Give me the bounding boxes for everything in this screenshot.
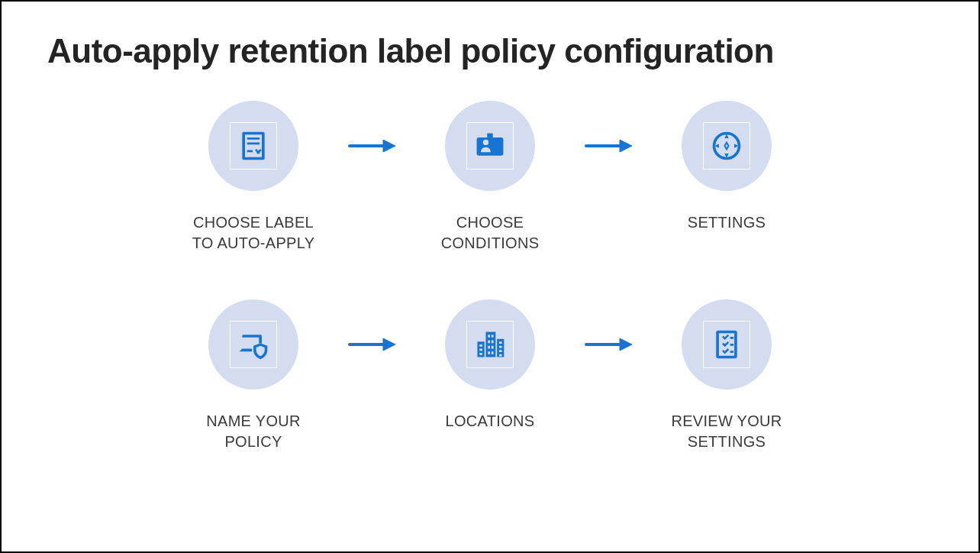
step-locations: LOCATIONS (414, 299, 566, 432)
step-label: CHOOSE CONDITIONS (441, 212, 540, 254)
steps-row-2: NAME YOUR POLICY LOCATIONS (177, 299, 803, 452)
step-label: LOCATIONS (446, 411, 535, 432)
arrow-icon (345, 299, 398, 390)
step-label: REVIEW YOUR SETTINGS (671, 411, 782, 452)
svg-marker-5 (383, 338, 395, 351)
arrow-icon (582, 101, 635, 191)
document-check-icon (230, 122, 277, 170)
id-badge-icon (466, 122, 514, 170)
badge (682, 299, 772, 390)
arrow-icon (582, 299, 635, 390)
buildings-icon (466, 321, 514, 368)
device-shield-icon (230, 321, 277, 368)
badge (445, 299, 535, 390)
compass-icon (703, 122, 750, 170)
badge (445, 101, 535, 191)
diagram-frame: Auto-apply retention label policy config… (0, 0, 980, 553)
checklist-icon (703, 321, 750, 368)
svg-marker-7 (620, 338, 632, 351)
page-title: Auto-apply retention label policy config… (47, 32, 933, 70)
step-choose-label: CHOOSE LABEL TO AUTO-APPLY (177, 101, 330, 254)
arrow-icon (345, 101, 398, 191)
step-choose-conditions: CHOOSE CONDITIONS (414, 101, 566, 254)
step-settings: SETTINGS (650, 101, 803, 233)
svg-marker-1 (383, 140, 395, 152)
step-label: CHOOSE LABEL TO AUTO-APPLY (192, 212, 315, 254)
step-review-settings: REVIEW YOUR SETTINGS (650, 299, 803, 452)
steps-container: CHOOSE LABEL TO AUTO-APPLY CHOOSE CONDIT… (47, 101, 933, 452)
step-name-policy: NAME YOUR POLICY (177, 299, 330, 452)
step-label: NAME YOUR POLICY (206, 411, 300, 452)
badge (208, 101, 298, 191)
svg-marker-3 (620, 140, 632, 152)
badge (208, 299, 298, 390)
badge (682, 101, 772, 191)
step-label: SETTINGS (688, 212, 766, 233)
steps-row-1: CHOOSE LABEL TO AUTO-APPLY CHOOSE CONDIT… (177, 101, 803, 254)
